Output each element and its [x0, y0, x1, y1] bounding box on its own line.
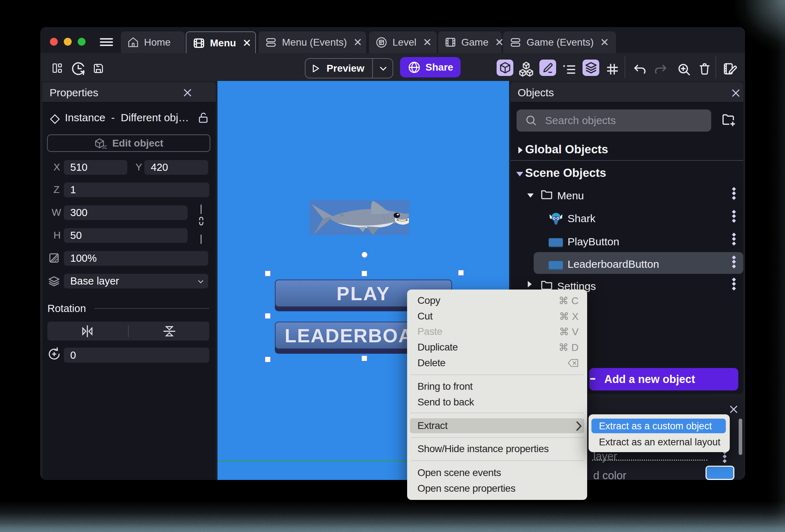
svg-text:2D: 2D [102, 145, 107, 149]
